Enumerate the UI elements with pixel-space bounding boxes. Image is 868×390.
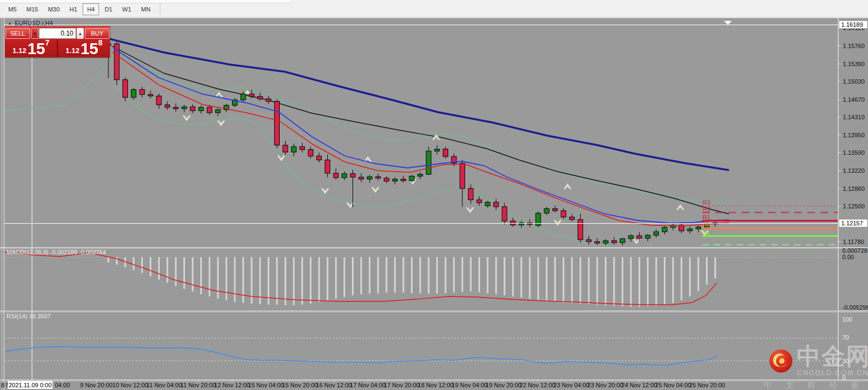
candle[interactable] — [266, 99, 271, 102]
candle[interactable] — [603, 241, 608, 243]
candle[interactable] — [696, 227, 701, 229]
svg-text:19 Nov 20:00: 19 Nov 20:00 — [485, 382, 521, 388]
candle[interactable] — [308, 150, 313, 156]
candle[interactable] — [384, 178, 389, 181]
buy-price-display[interactable]: 1.12 15 8 — [58, 40, 110, 57]
svg-text:15 Nov 04:00: 15 Nov 04:00 — [248, 382, 283, 388]
candle[interactable] — [637, 236, 642, 238]
candle[interactable] — [401, 179, 406, 181]
svg-text:15 Nov 20:00: 15 Nov 20:00 — [282, 382, 317, 388]
svg-text:18 Nov 12:00: 18 Nov 12:00 — [418, 382, 453, 388]
candle[interactable] — [182, 107, 187, 109]
candle[interactable] — [333, 173, 338, 178]
candle[interactable] — [426, 151, 431, 174]
candle[interactable] — [435, 149, 439, 152]
svg-text:1.14310: 1.14310 — [843, 114, 865, 120]
candle[interactable] — [687, 229, 692, 231]
timeframe-button-m30[interactable]: M30 — [44, 3, 64, 15]
ma-navy-line — [107, 38, 729, 170]
candle[interactable] — [300, 147, 305, 149]
candle[interactable] — [418, 174, 423, 177]
buy-button[interactable]: BUY — [85, 28, 109, 39]
svg-text:25 Nov 20:00: 25 Nov 20:00 — [689, 382, 725, 388]
timeframe-button-w1[interactable]: W1 — [118, 3, 136, 15]
svg-text:23 Nov 04:00: 23 Nov 04:00 — [553, 382, 589, 388]
candle[interactable] — [586, 240, 591, 242]
candle[interactable] — [409, 176, 414, 181]
candle[interactable] — [570, 217, 575, 220]
macd-pane[interactable] — [4, 252, 838, 307]
candle[interactable] — [359, 177, 364, 179]
svg-text:1.12500: 1.12500 — [843, 203, 865, 209]
candle[interactable] — [595, 242, 600, 243]
candle[interactable] — [173, 107, 178, 109]
candle[interactable] — [291, 147, 296, 152]
svg-text:1.13590: 1.13590 — [843, 149, 865, 156]
candle[interactable] — [654, 232, 659, 235]
volume-input[interactable] — [39, 28, 76, 39]
candle[interactable] — [258, 96, 263, 99]
candle[interactable] — [544, 209, 549, 213]
candle[interactable] — [502, 207, 507, 221]
candle[interactable] — [165, 105, 170, 108]
candle[interactable] — [511, 221, 516, 225]
caret-down-icon: ▼ — [33, 32, 37, 36]
candle[interactable] — [392, 179, 397, 182]
candle[interactable] — [468, 189, 473, 200]
candle[interactable] — [325, 160, 330, 173]
candle[interactable] — [578, 219, 583, 240]
candle[interactable] — [249, 94, 254, 97]
candle[interactable] — [628, 236, 633, 238]
svg-text:12 Nov 12:00: 12 Nov 12:00 — [214, 382, 250, 388]
sell-price-display[interactable]: 1.12 15 7 — [5, 40, 58, 57]
candle[interactable] — [342, 174, 347, 178]
candle[interactable] — [662, 228, 667, 232]
timeframe-button-mn[interactable]: MN — [137, 3, 155, 15]
caret-up-icon: ▲ — [78, 32, 82, 36]
chart-canvas[interactable]: R3R2R1PPS11.161201.157601.153901.150301.… — [0, 0, 868, 390]
timeframe-button-d1[interactable]: D1 — [100, 3, 117, 15]
candle[interactable] — [216, 110, 221, 113]
volume-increase-button[interactable]: ▲ — [77, 28, 84, 39]
timeframe-button-h4[interactable]: H4 — [83, 3, 99, 15]
candle[interactable] — [199, 107, 204, 110]
rsi-line — [4, 347, 717, 365]
ma-black-line — [112, 46, 729, 214]
one-click-trading-panel: SELL ▼ ▲ BUY 1.12 15 7 1.12 15 8 — [5, 26, 110, 57]
svg-text:1.14670: 1.14670 — [843, 96, 865, 103]
main-chart-pane[interactable] — [4, 38, 729, 255]
candle[interactable] — [283, 145, 288, 152]
candle[interactable] — [157, 96, 161, 104]
rsi-pane[interactable] — [4, 338, 838, 365]
candle[interactable] — [477, 200, 482, 202]
candle[interactable] — [620, 238, 625, 242]
timeframe-button-m15[interactable]: M15 — [22, 3, 42, 15]
candle[interactable] — [148, 95, 153, 96]
candle[interactable] — [131, 90, 136, 97]
candle[interactable] — [367, 177, 372, 179]
sell-button[interactable]: SELL — [5, 28, 30, 39]
candle[interactable] — [241, 94, 246, 100]
candle[interactable] — [561, 211, 566, 217]
candle[interactable] — [190, 107, 195, 110]
candle[interactable] — [350, 174, 355, 177]
candle[interactable] — [485, 202, 490, 206]
candle[interactable] — [443, 149, 448, 157]
candle[interactable] — [375, 177, 380, 178]
volume-decrease-button[interactable]: ▼ — [31, 28, 38, 39]
candle[interactable] — [645, 235, 650, 238]
chart-title: ▲ EURUSD.r,H4 — [8, 20, 53, 26]
candle[interactable] — [460, 164, 465, 189]
candle[interactable] — [553, 209, 558, 211]
collapse-icon[interactable]: ▲ — [8, 21, 12, 26]
candle[interactable] — [317, 156, 322, 160]
candle[interactable] — [612, 241, 617, 243]
timeframe-button-h1[interactable]: H1 — [65, 3, 82, 15]
candle[interactable] — [207, 107, 212, 113]
candle[interactable] — [123, 80, 128, 97]
candle[interactable] — [494, 202, 499, 207]
candle[interactable] — [275, 101, 280, 145]
price-axis[interactable]: 1.161201.157601.153901.150301.146701.143… — [838, 21, 868, 381]
candle[interactable] — [140, 90, 144, 95]
timeframe-button-m5[interactable]: M5 — [4, 3, 21, 15]
